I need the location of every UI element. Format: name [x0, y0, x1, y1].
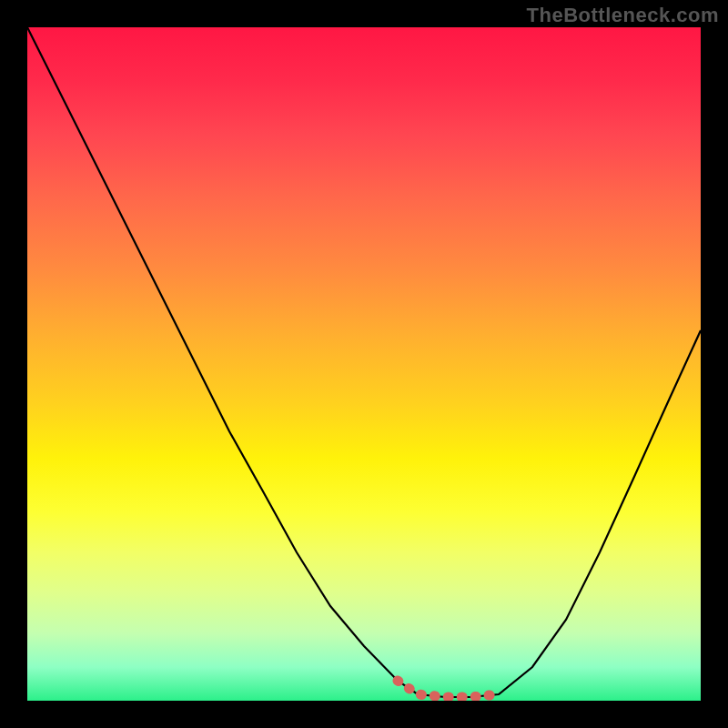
chart-frame: TheBottleneck.com — [0, 0, 728, 728]
plot-area — [27, 27, 701, 701]
watermark-text: TheBottleneck.com — [527, 4, 719, 27]
bottleneck-curve — [27, 27, 701, 697]
curve-layer — [27, 27, 701, 701]
highlight-segment — [398, 681, 499, 697]
